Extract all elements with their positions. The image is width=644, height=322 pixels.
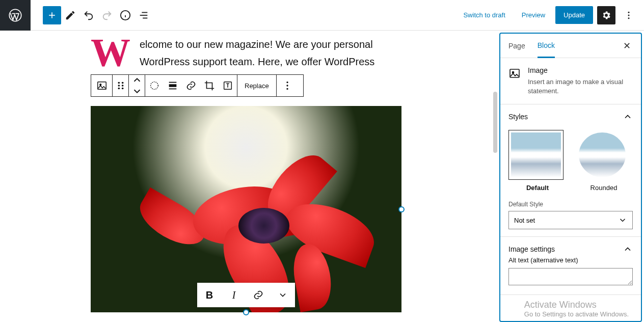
move-arrows[interactable] [129,75,145,96]
default-style-value: Not set [514,217,535,224]
svg-point-17 [121,88,123,90]
add-block-button[interactable] [43,6,61,24]
image-content [91,106,401,312]
align-button[interactable] [145,80,164,91]
block-more-button[interactable] [277,75,298,96]
undo-button[interactable] [79,6,98,24]
drag-handle-icon[interactable] [113,75,129,96]
chevron-up-icon [623,244,633,254]
close-sidebar-button[interactable]: ✕ [621,38,633,53]
default-style-label: Default Style [508,201,633,208]
styles-panel: Styles Default Rounded Default Style Not… [500,104,641,237]
preview-button[interactable]: Preview [516,7,551,23]
chevron-up-icon [623,112,633,122]
edit-mode-button[interactable] [61,6,79,24]
svg-rect-10 [97,82,106,90]
chevron-down-icon [618,216,627,225]
scrollbar[interactable] [493,92,497,153]
italic-button[interactable]: I [222,283,246,307]
style-rounded-label: Rounded [575,184,633,192]
style-default-label: Default [508,184,567,192]
image-settings-panel: Image settings Alt text (alternative tex… [500,237,641,295]
wordpress-logo[interactable] [0,0,31,31]
sidebar-tabs: Page Block ✕ [500,34,641,58]
svg-point-8 [628,14,630,16]
top-toolbar: Switch to draft Preview Update [0,0,644,31]
svg-point-24 [286,85,288,86]
svg-point-23 [286,82,288,83]
wide-align-button[interactable] [164,80,182,91]
alt-text-label: Alt text (alternative text) [508,256,633,264]
resize-handle-bottom[interactable] [243,309,249,315]
caption-more-button[interactable] [271,283,295,307]
settings-sidebar: Page Block ✕ Image Insert an image to ma… [499,33,642,322]
redo-button[interactable] [98,6,116,24]
svg-point-16 [118,88,120,90]
alt-text-input[interactable] [508,268,633,285]
styles-heading: Styles [508,113,528,121]
svg-rect-20 [169,82,177,83]
svg-point-13 [121,82,123,84]
image-settings-heading: Image settings [508,245,555,253]
svg-point-18 [151,82,158,90]
svg-point-14 [118,85,120,87]
block-toolbar: Replace [91,74,304,97]
outline-button[interactable] [135,6,153,24]
settings-button[interactable] [597,6,615,24]
image-icon [508,67,521,79]
style-default[interactable]: Default [508,130,567,192]
update-button[interactable]: Update [555,6,593,24]
resize-handle-right[interactable] [398,206,405,212]
svg-point-9 [628,17,630,19]
image-block[interactable]: B I [91,106,401,312]
drop-cap: W [91,36,130,69]
caption-toolbar: B I [197,283,295,307]
style-rounded[interactable]: Rounded [575,130,633,192]
svg-point-15 [121,85,123,87]
text-overlay-button[interactable] [219,80,237,91]
bold-button[interactable]: B [197,283,222,307]
image-settings-toggle[interactable]: Image settings [508,244,633,254]
crop-button[interactable] [200,80,219,91]
editor-canvas[interactable]: Welcome to our new magazine! We are your… [0,31,499,322]
block-info-panel: Image Insert an image to make a visual s… [500,58,641,104]
svg-point-12 [118,82,120,84]
svg-rect-21 [169,89,177,90]
default-style-select[interactable]: Not set [508,211,633,229]
intro-text: elcome to our new magazine! We are your … [140,39,374,67]
tab-block[interactable]: Block [538,34,555,58]
link-button[interactable] [182,80,200,91]
svg-rect-19 [169,84,177,87]
more-options-button[interactable] [620,6,638,24]
svg-rect-26 [510,69,519,77]
replace-button[interactable]: Replace [237,75,277,96]
block-description: Insert an image to make a visual stateme… [528,77,633,96]
switch-to-draft-button[interactable]: Switch to draft [457,7,511,23]
details-button[interactable] [116,6,135,24]
caption-link-button[interactable] [246,283,271,307]
svg-point-25 [286,88,288,90]
block-title: Image [528,66,633,74]
intro-paragraph[interactable]: Welcome to our new magazine! We are your… [91,36,401,70]
tab-page[interactable]: Page [508,35,525,57]
styles-panel-toggle[interactable]: Styles [508,112,633,122]
block-type-image-icon[interactable] [91,75,113,96]
svg-point-7 [628,11,630,13]
